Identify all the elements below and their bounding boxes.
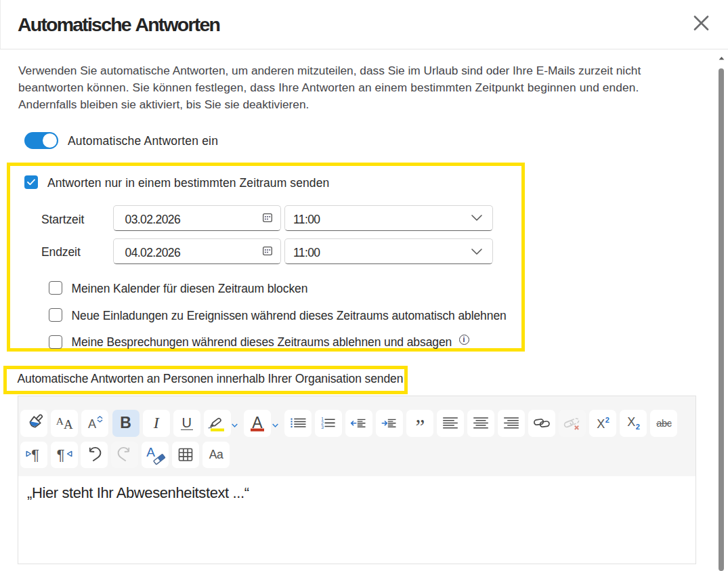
- svg-text:¶: ¶: [56, 446, 64, 463]
- svg-text:¶: ¶: [31, 446, 39, 463]
- svg-text:3: 3: [322, 424, 324, 429]
